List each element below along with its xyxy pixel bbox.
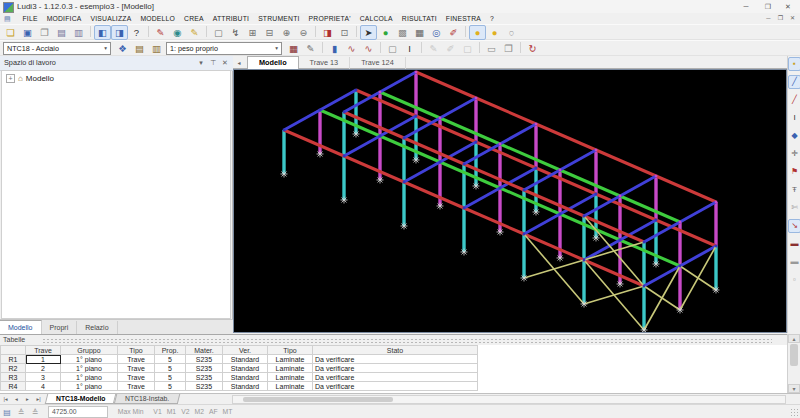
- max-min-label[interactable]: Max Min: [118, 408, 144, 415]
- load-table-icon[interactable]: ▦: [285, 41, 302, 56]
- light-dim-icon[interactable]: ○: [503, 25, 520, 40]
- blue-brush-icon[interactable]: ◆: [788, 129, 800, 143]
- light-on-icon[interactable]: ●: [469, 25, 486, 40]
- draw-beam-icon[interactable]: ╱: [788, 75, 800, 89]
- zoom-window-in-icon[interactable]: ⊞: [244, 25, 261, 40]
- table-cell[interactable]: 1° piano: [61, 355, 118, 364]
- table-cell[interactable]: 3: [26, 373, 61, 382]
- menu-crea[interactable]: CREA: [180, 13, 209, 24]
- workspace-tab-modello[interactable]: Modello: [0, 320, 42, 334]
- table-cell[interactable]: Laminate: [268, 355, 313, 364]
- catalog-icon[interactable]: ▥: [148, 41, 165, 56]
- column-header-gruppo[interactable]: Gruppo: [61, 346, 118, 355]
- table-cell[interactable]: Standard: [223, 355, 268, 364]
- menu-risultati[interactable]: RISULTATI: [397, 13, 441, 24]
- menu-?[interactable]: ?: [486, 13, 499, 24]
- menu-calcola[interactable]: CALCOLA: [355, 13, 397, 24]
- chevron-down-icon[interactable]: ▾: [275, 43, 278, 54]
- table-cell[interactable]: 5: [155, 373, 186, 382]
- table-cell[interactable]: Trave: [118, 355, 155, 364]
- restore-button[interactable]: ❐: [758, 0, 778, 13]
- tabelle-panel-header[interactable]: Tabelle: [0, 334, 787, 345]
- table-cell[interactable]: 1° piano: [61, 382, 118, 391]
- member-line-icon[interactable]: ▬: [788, 255, 800, 269]
- load-wave-icon[interactable]: ∿: [343, 41, 360, 56]
- panel-pin-icon[interactable]: ⊤: [207, 56, 219, 70]
- member-arrow-icon[interactable]: ↘: [788, 219, 800, 233]
- table-cell[interactable]: Standard: [223, 382, 268, 391]
- column-header-ver[interactable]: Ver.: [223, 346, 268, 355]
- draw-disabled-icon[interactable]: ✎: [425, 41, 442, 56]
- zoom-in-icon[interactable]: ⊕: [278, 25, 295, 40]
- row-header[interactable]: R1: [1, 355, 26, 364]
- menu-finestra[interactable]: FINESTRA: [441, 13, 485, 24]
- child-close-button[interactable]: ✕: [787, 13, 798, 24]
- sheet-nav-icon[interactable]: ▸|: [33, 394, 44, 404]
- scrollbar-thumb[interactable]: [790, 344, 798, 366]
- table-cell[interactable]: Standard: [223, 373, 268, 382]
- member-end-icon[interactable]: ▬: [788, 237, 800, 251]
- force-label-m1[interactable]: M1: [167, 405, 176, 418]
- snap-icon[interactable]: ↯: [227, 25, 244, 40]
- row-header[interactable]: R2: [1, 364, 26, 373]
- cut-tool-icon[interactable]: ✄: [788, 201, 800, 215]
- panel-left-icon[interactable]: ◧: [94, 25, 111, 40]
- light-two-icon[interactable]: ●: [486, 25, 503, 40]
- view-tab-modello[interactable]: Modello: [247, 56, 299, 69]
- force-label-m2[interactable]: M2: [194, 405, 203, 418]
- panel-dropdown-icon[interactable]: ▾: [195, 56, 207, 70]
- tree-expander-icon[interactable]: +: [6, 74, 15, 83]
- norm-settings-icon[interactable]: ❖: [114, 41, 131, 56]
- force-label-af[interactable]: AF: [209, 405, 218, 418]
- menu-proprieta[interactable]: PROPRIETA': [304, 13, 355, 24]
- view-tab-trave-13[interactable]: Trave 13: [299, 57, 351, 69]
- open-icon[interactable]: ❏: [2, 25, 19, 40]
- zoom-out-icon[interactable]: ⊖: [295, 25, 312, 40]
- menu-modello[interactable]: MODELLO: [136, 13, 180, 24]
- red-marker-icon[interactable]: ✎: [152, 25, 169, 40]
- table-cell[interactable]: Laminate: [268, 364, 313, 373]
- paint-disabled-icon[interactable]: ✐: [442, 41, 459, 56]
- notebook-icon[interactable]: ▤: [131, 41, 148, 56]
- column-header-stato[interactable]: Stato: [313, 346, 478, 355]
- table-vertical-scrollbar[interactable]: ▴ ▾: [787, 334, 800, 393]
- copy-icon[interactable]: ❐: [36, 25, 53, 40]
- load-case-combo[interactable]: 1: peso proprio▾: [166, 42, 282, 55]
- workspace-tab-relazio[interactable]: Relazio: [77, 321, 117, 334]
- table-cell[interactable]: S235: [186, 364, 223, 373]
- refresh-icon[interactable]: ↻: [524, 41, 541, 56]
- cursor-icon[interactable]: ➤: [360, 25, 377, 40]
- menu-attributi[interactable]: ATTRIBUTI: [208, 13, 253, 24]
- document-icon[interactable]: ▤: [4, 14, 11, 23]
- table-cell[interactable]: Da verificare: [313, 382, 478, 391]
- table-cell[interactable]: Da verificare: [313, 373, 478, 382]
- chevron-down-icon[interactable]: ▾: [104, 43, 107, 54]
- column-header-prop[interactable]: Prop.: [155, 346, 186, 355]
- close-button[interactable]: ✕: [778, 0, 798, 13]
- table-cell[interactable]: Da verificare: [313, 355, 478, 364]
- table-cell[interactable]: S235: [186, 355, 223, 364]
- section-profile-icon[interactable]: I: [401, 41, 418, 56]
- print-preview-icon[interactable]: ▥: [70, 25, 87, 40]
- panel-close-icon[interactable]: ✕: [219, 56, 231, 70]
- render-sphere-icon[interactable]: ●: [377, 25, 394, 40]
- copy-format-icon[interactable]: ▭: [483, 41, 500, 56]
- yellow-pencil-icon[interactable]: ✎: [186, 25, 203, 40]
- resize-grip[interactable]: [790, 408, 799, 417]
- view-tab-trave-124[interactable]: Trave 124: [350, 57, 406, 69]
- globe-icon[interactable]: ◉: [169, 25, 186, 40]
- zoom-window-out-icon[interactable]: ⊟: [261, 25, 278, 40]
- status-table-icon[interactable]: ▤: [0, 406, 14, 418]
- table-cell[interactable]: Standard: [223, 364, 268, 373]
- table-cell[interactable]: 1: [26, 355, 61, 364]
- sheet-nav-icon[interactable]: ◂: [11, 394, 22, 404]
- box-tool-icon[interactable]: ▢: [384, 41, 401, 56]
- status-sum-down-icon[interactable]: ≙: [28, 406, 42, 418]
- load-edit-icon[interactable]: ✎: [302, 41, 319, 56]
- flag-tool-icon[interactable]: ⚑: [788, 165, 800, 179]
- table-cell[interactable]: 2: [26, 364, 61, 373]
- sheet-nav-icon[interactable]: |◂: [0, 394, 11, 404]
- row-header[interactable]: R4: [1, 382, 26, 391]
- scroll-down-icon[interactable]: ▾: [788, 384, 800, 393]
- small-dot-icon[interactable]: ▫: [788, 273, 800, 287]
